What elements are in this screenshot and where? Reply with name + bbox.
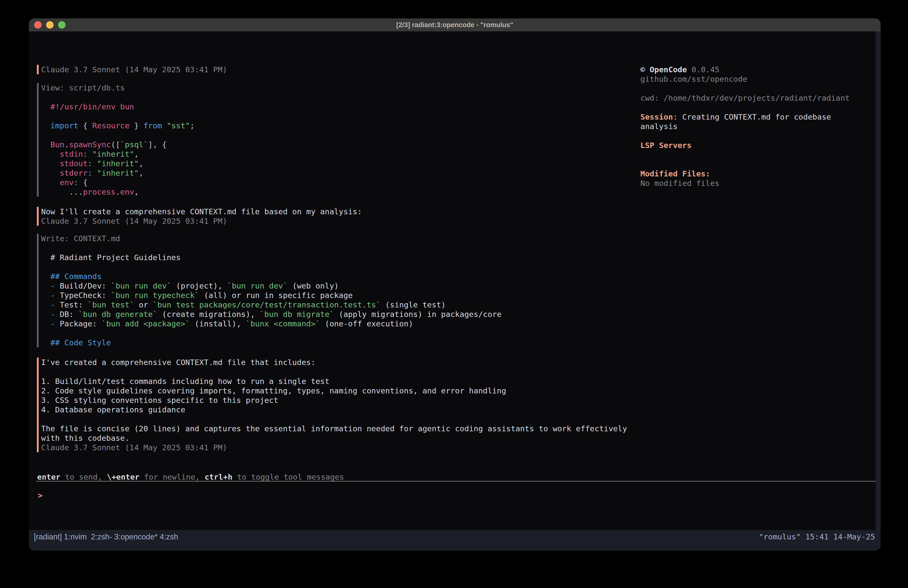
- text-line: Write: CONTEXT.md: [41, 234, 625, 243]
- terminal-window: [2/3] radiant:3:opencode - "romulus" Cla…: [29, 18, 881, 551]
- text-line: stdout: "inherit",: [41, 159, 625, 168]
- text-line: Claude 3.7 Sonnet (14 May 2025 03:41 PM): [41, 443, 625, 452]
- assistant-message: Now I'll create a comprehensive CONTEXT.…: [37, 207, 625, 226]
- text-line: [41, 130, 625, 140]
- tool-output: View: script/db.ts #!/usr/bin/env bun im…: [37, 83, 625, 197]
- text-line: [641, 131, 872, 140]
- text-line: - Test: `bun test` or `bun test packages…: [41, 300, 625, 309]
- message-input[interactable]: >: [36, 486, 876, 531]
- terminal-content: Claude 3.7 Sonnet (14 May 2025 03:41 PM)…: [29, 31, 881, 530]
- text-line: [641, 103, 872, 112]
- text-line: ...process.env,: [41, 187, 625, 197]
- keybind-hints: enter to send, \+enter for newline, ctrl…: [37, 472, 344, 482]
- text-line: No modified files: [641, 179, 872, 188]
- text-line: [641, 150, 872, 159]
- tmux-host-clock: "romulus" 15:41 14-May-25: [759, 532, 875, 541]
- close-button[interactable]: [34, 21, 42, 29]
- text-line: ## Code Style: [41, 338, 625, 347]
- window-title: [2/3] radiant:3:opencode - "romulus": [396, 21, 513, 29]
- session-sidebar: © OpenCode 0.0.45github.com/sst/opencode…: [641, 65, 872, 188]
- assistant-message: Claude 3.7 Sonnet (14 May 2025 03:41 PM): [37, 65, 625, 74]
- text-line: [41, 329, 625, 338]
- text-line: View: script/db.ts: [41, 83, 625, 92]
- text-line: - Build/Dev: `bun run dev` (project), `b…: [41, 281, 625, 290]
- chat-history[interactable]: Claude 3.7 Sonnet (14 May 2025 03:41 PM)…: [37, 65, 625, 452]
- text-line: [41, 262, 625, 272]
- text-line: 1. Build/lint/test commands including ho…: [41, 377, 625, 386]
- text-line: [41, 367, 625, 377]
- text-line: Claude 3.7 Sonnet (14 May 2025 03:41 PM): [41, 216, 625, 226]
- input-divider: [36, 481, 876, 482]
- text-line: [641, 84, 872, 93]
- text-line: [41, 243, 625, 253]
- text-line: [41, 111, 625, 121]
- text-line: Modified Files:: [641, 169, 872, 179]
- text-line: #!/usr/bin/env bun: [41, 102, 625, 111]
- scrollbar-track[interactable]: [876, 31, 881, 530]
- text-line: [41, 414, 625, 424]
- text-line: github.com/sst/opencode: [641, 74, 872, 84]
- tool-output: Write: CONTEXT.md # Radiant Project Guid…: [37, 234, 625, 347]
- text-line: - Package: `bun add <package>` (install)…: [41, 319, 625, 329]
- text-line: Claude 3.7 Sonnet (14 May 2025 03:41 PM): [41, 65, 625, 74]
- text-line: cwd: /home/thdxr/dev/projects/radiant/ra…: [641, 93, 872, 103]
- text-line: - TypeCheck: `bun run typecheck` (all) o…: [41, 290, 625, 300]
- text-line: [41, 92, 625, 102]
- text-line: # Radiant Project Guidelines: [41, 253, 625, 262]
- text-line: Now I'll create a comprehensive CONTEXT.…: [41, 207, 625, 216]
- assistant-message: I've created a comprehensive CONTEXT.md …: [37, 358, 625, 452]
- text-line: [641, 159, 872, 169]
- title-bar: [2/3] radiant:3:opencode - "romulus": [29, 18, 881, 31]
- text-line: env: {: [41, 178, 625, 187]
- zoom-button[interactable]: [58, 21, 66, 29]
- traffic-lights: [34, 21, 66, 29]
- text-line: import { Resource } from "sst";: [41, 121, 625, 130]
- tmux-window-list[interactable]: [radiant] 1:nvim 2:zsh- 3:opencode* 4:zs…: [32, 532, 180, 542]
- minimize-button[interactable]: [46, 21, 53, 29]
- text-line: 3. CSS styling conventions specific to t…: [41, 395, 625, 405]
- tmux-status-bar: [radiant] 1:nvim 2:zsh- 3:opencode* 4:zs…: [29, 530, 881, 551]
- text-line: Session: Creating CONTEXT.md for codebas…: [641, 112, 872, 122]
- text-line: I've created a comprehensive CONTEXT.md …: [41, 358, 625, 367]
- text-line: analysis: [641, 122, 872, 131]
- text-line: © OpenCode 0.0.45: [641, 65, 872, 74]
- text-line: Bun.spawnSync([`psql`], {: [41, 140, 625, 149]
- text-line: 4. Database operations guidance: [41, 405, 625, 414]
- text-line: stdin: "inherit",: [41, 149, 625, 159]
- text-line: with this codebase.: [41, 433, 625, 443]
- prompt-caret: >: [38, 491, 43, 500]
- text-line: LSP Servers: [641, 140, 872, 150]
- text-line: stderr: "inherit",: [41, 168, 625, 178]
- text-line: The file is concise (20 lines) and captu…: [41, 424, 625, 433]
- text-line: 2. Code style guidelines covering import…: [41, 386, 625, 395]
- text-line: ## Commands: [41, 272, 625, 281]
- keybind-hints-line: enter to send, \+enter for newline, ctrl…: [37, 472, 344, 482]
- text-line: - DB: `bun db generate` (create migratio…: [41, 309, 625, 319]
